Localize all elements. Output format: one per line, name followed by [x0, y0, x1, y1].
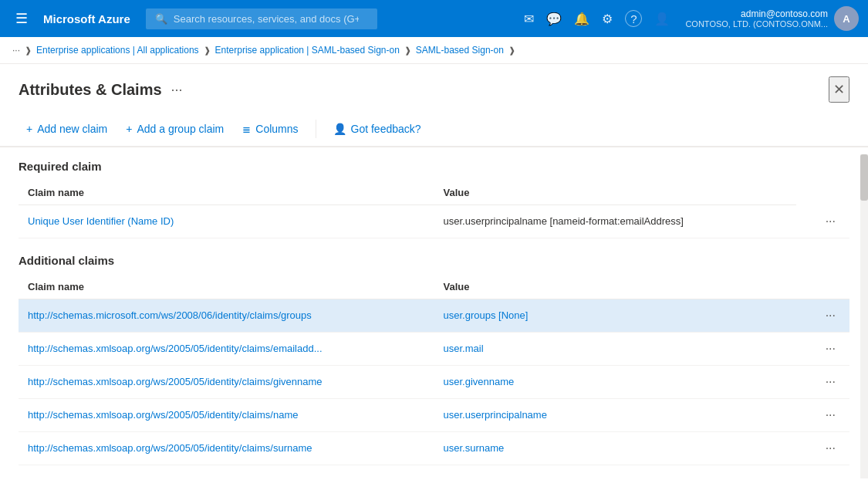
required-claim-title: Required claim [19, 160, 849, 173]
table-row[interactable]: http://schemas.xmlsoap.org/ws/2005/05/id… [19, 332, 849, 365]
required-claims-table: Claim name Value Unique User Identifier … [19, 182, 849, 238]
columns-label: Columns [255, 123, 298, 135]
breadcrumb: ··· ❱ Enterprise applications | All appl… [0, 37, 868, 64]
claim-name-link[interactable]: http://schemas.xmlsoap.org/ws/2005/05/id… [28, 343, 323, 354]
plus-icon: + [26, 123, 32, 135]
bell-icon[interactable]: 🔔 [574, 12, 589, 26]
claim-value: user.givenname [434, 365, 804, 398]
search-icon: 🔍 [155, 13, 167, 25]
search-bar-container: 🔍 [146, 8, 377, 29]
email-icon[interactable]: ✉ [524, 12, 534, 26]
add-new-claim-label: Add new claim [37, 123, 107, 135]
breadcrumb-item-3[interactable]: SAML-based Sign-on [416, 45, 504, 56]
breadcrumb-item-2[interactable]: Enterprise application | SAML-based Sign… [215, 45, 400, 56]
additional-col-claim-name: Claim name [19, 276, 434, 299]
additional-claims-table: Claim name Value http://schemas.microsof… [19, 276, 849, 465]
breadcrumb-item-1[interactable]: Enterprise applications | All applicatio… [36, 45, 199, 56]
help-icon[interactable]: ? [625, 10, 642, 27]
add-group-claim-button[interactable]: + Add a group claim [118, 118, 231, 140]
table-row[interactable]: Unique User Identifier (Name ID) user.us… [19, 205, 849, 238]
table-row[interactable]: http://schemas.microsoft.com/ws/2008/06/… [19, 299, 849, 332]
nav-icons: ✉ 💬 🔔 ⚙ ? 👤 [524, 10, 670, 27]
claim-value: user.mail [434, 332, 804, 365]
claim-name-link[interactable]: Unique User Identifier (Name ID) [28, 215, 174, 227]
row-actions-button[interactable]: ··· [821, 374, 840, 390]
claim-value: user.groups [None] [434, 299, 804, 332]
table-row[interactable]: http://schemas.xmlsoap.org/ws/2005/05/id… [19, 365, 849, 398]
add-new-claim-button[interactable]: + Add new claim [19, 118, 115, 140]
add-group-claim-label: Add a group claim [137, 123, 224, 135]
claim-value: user.userprincipalname [434, 398, 804, 431]
page-header: Attributes & Claims ··· ✕ [0, 64, 868, 112]
additional-claims-section: Additional claims Claim name Value http:… [19, 254, 849, 465]
user-email: admin@contoso.com [685, 8, 828, 19]
columns-icon: ≣ [242, 123, 251, 135]
user-org: CONTOSO, LTD. (CONTOSO.ONM... [685, 19, 828, 29]
additional-col-value: Value [434, 276, 804, 299]
claim-name-link[interactable]: http://schemas.xmlsoap.org/ws/2005/05/id… [28, 442, 312, 454]
close-button[interactable]: ✕ [829, 76, 849, 103]
additional-claims-title: Additional claims [19, 254, 849, 267]
row-actions-button[interactable]: ··· [821, 440, 840, 457]
claim-value: user.surname [434, 431, 804, 465]
scrollbar[interactable] [860, 154, 868, 478]
row-actions-button[interactable]: ··· [821, 307, 840, 324]
feedback-person-icon: 👤 [333, 123, 346, 135]
table-row[interactable]: http://schemas.xmlsoap.org/ws/2005/05/id… [19, 398, 849, 431]
user-info[interactable]: admin@contoso.com CONTOSO, LTD. (CONTOSO… [685, 6, 859, 31]
brand-name: Microsoft Azure [43, 12, 130, 25]
gear-icon[interactable]: ⚙ [602, 12, 613, 26]
feedback-button[interactable]: 👤 Got feedback? [326, 118, 429, 140]
table-row[interactable]: http://schemas.xmlsoap.org/ws/2005/05/id… [19, 431, 849, 465]
claim-value: user.userprincipalname [nameid-format:em… [434, 205, 796, 238]
toolbar: + Add new claim + Add a group claim ≣ Co… [0, 112, 868, 147]
scrollbar-thumb[interactable] [860, 154, 868, 201]
feedback-label: Got feedback? [351, 123, 421, 135]
row-actions-button[interactable]: ··· [821, 213, 840, 230]
claim-name-link[interactable]: http://schemas.xmlsoap.org/ws/2005/05/id… [28, 409, 298, 421]
breadcrumb-dots[interactable]: ··· [12, 45, 20, 56]
required-col-claim-name: Claim name [19, 182, 434, 205]
required-claim-section: Required claim Claim name Value Unique U… [19, 160, 849, 238]
search-input[interactable] [174, 13, 359, 25]
avatar[interactable]: A [834, 6, 859, 31]
hamburger-menu[interactable]: ☰ [9, 7, 34, 30]
required-col-value: Value [434, 182, 796, 205]
claim-name-link[interactable]: http://schemas.xmlsoap.org/ws/2005/05/id… [28, 376, 323, 387]
row-actions-button[interactable]: ··· [821, 407, 840, 424]
claim-name-link[interactable]: http://schemas.microsoft.com/ws/2008/06/… [28, 309, 312, 321]
page-options-dots[interactable]: ··· [171, 82, 183, 98]
plus-icon-2: + [126, 123, 132, 135]
person-icon[interactable]: 👤 [654, 12, 670, 26]
page-title: Attributes & Claims [19, 81, 162, 99]
top-navbar: ☰ Microsoft Azure 🔍 ✉ 💬 🔔 ⚙ ? 👤 admin@co… [0, 0, 868, 37]
required-claims-header-row: Claim name Value [19, 182, 849, 205]
toolbar-divider [316, 120, 316, 138]
feedback-icon[interactable]: 💬 [546, 12, 562, 26]
additional-claims-header-row: Claim name Value [19, 276, 849, 299]
row-actions-button[interactable]: ··· [821, 340, 840, 357]
columns-button[interactable]: ≣ Columns [235, 118, 306, 140]
main-content: Required claim Claim name Value Unique U… [0, 147, 868, 478]
